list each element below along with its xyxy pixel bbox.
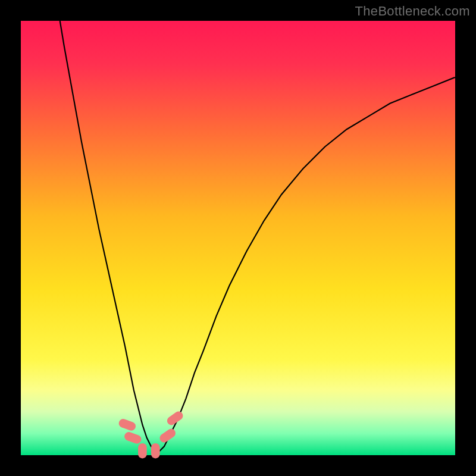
chart-svg bbox=[0, 0, 476, 476]
chart-frame: TheBottleneck.com bbox=[0, 0, 476, 476]
plot-background bbox=[21, 21, 455, 455]
curve-marker bbox=[138, 443, 147, 459]
curve-marker bbox=[151, 443, 160, 459]
